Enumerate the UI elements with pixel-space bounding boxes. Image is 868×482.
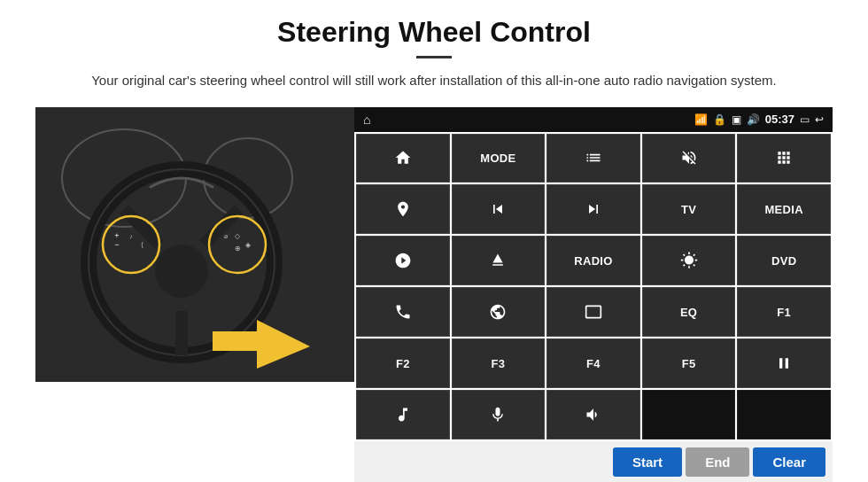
- btn-mute[interactable]: [642, 134, 736, 183]
- svg-point-8: [155, 245, 208, 298]
- title-divider: [416, 56, 452, 58]
- btn-f2[interactable]: F2: [356, 338, 450, 388]
- btn-phone[interactable]: [356, 287, 450, 337]
- btn-f5[interactable]: F5: [642, 338, 736, 388]
- btn-empty2: [737, 390, 831, 439]
- btn-f4[interactable]: F4: [546, 338, 640, 388]
- status-icons: 📶 🔒 ▣ 🔊 05:37 ▭ ↩: [694, 113, 824, 126]
- btn-dvd[interactable]: DVD: [737, 236, 831, 285]
- status-time: 05:37: [765, 113, 794, 126]
- btn-eject[interactable]: [452, 236, 546, 285]
- steering-wheel-image: + − ♪ ⟨ ⌀ ◇ ◈ ⊕: [35, 107, 354, 382]
- back-icon: ↩: [815, 113, 824, 126]
- bottom-bar: Start End Clear: [354, 441, 833, 482]
- btn-mode[interactable]: MODE: [452, 134, 546, 183]
- svg-text:◈: ◈: [245, 241, 252, 249]
- svg-text:⌀: ⌀: [224, 233, 228, 239]
- btn-media[interactable]: MEDIA: [737, 184, 831, 234]
- svg-text:−: −: [114, 240, 119, 249]
- btn-nav[interactable]: [356, 184, 450, 234]
- btn-f1[interactable]: F1: [737, 287, 831, 337]
- btn-apps[interactable]: [737, 134, 831, 183]
- btn-brightness[interactable]: [642, 236, 736, 285]
- svg-text:♪: ♪: [129, 233, 133, 239]
- btn-next[interactable]: [546, 184, 640, 234]
- svg-text:⟨: ⟨: [141, 241, 143, 249]
- btn-display[interactable]: [546, 287, 640, 337]
- status-bar: ⌂ 📶 🔒 ▣ 🔊 05:37 ▭ ↩: [354, 107, 833, 132]
- home-icon: ⌂: [363, 113, 370, 127]
- btn-360[interactable]: [356, 236, 450, 285]
- sd-icon: ▣: [732, 113, 741, 126]
- btn-browse[interactable]: [452, 287, 546, 337]
- svg-rect-20: [213, 331, 259, 351]
- buttons-grid: MODE TV: [354, 132, 833, 442]
- clear-button[interactable]: Clear: [753, 447, 825, 477]
- screen-icon: ▭: [800, 113, 810, 126]
- wifi-icon: 📶: [694, 113, 708, 126]
- lock-icon: 🔒: [713, 113, 726, 126]
- btn-radio[interactable]: RADIO: [546, 236, 640, 285]
- btn-empty1: [642, 390, 736, 439]
- svg-text:+: +: [114, 231, 119, 240]
- btn-home[interactable]: [356, 134, 450, 183]
- end-button[interactable]: End: [686, 447, 749, 477]
- svg-text:⊕: ⊕: [235, 245, 241, 253]
- btn-prev[interactable]: [452, 184, 546, 234]
- btn-eq[interactable]: EQ: [642, 287, 736, 337]
- bt-icon: 🔊: [747, 113, 760, 126]
- btn-music[interactable]: [356, 390, 450, 439]
- headunit-panel: ⌂ 📶 🔒 ▣ 🔊 05:37 ▭ ↩ MODE: [354, 107, 833, 483]
- btn-tv[interactable]: TV: [642, 184, 736, 234]
- btn-mic[interactable]: [452, 390, 546, 439]
- page-subtitle: Your original car's steering wheel contr…: [91, 71, 777, 91]
- btn-f3[interactable]: F3: [452, 338, 546, 388]
- btn-list[interactable]: [546, 134, 640, 183]
- page-title: Steering Wheel Control: [277, 16, 591, 49]
- btn-volphone[interactable]: [546, 390, 640, 439]
- btn-playpause[interactable]: [737, 338, 831, 388]
- svg-text:◇: ◇: [235, 232, 241, 240]
- start-button[interactable]: Start: [613, 447, 682, 477]
